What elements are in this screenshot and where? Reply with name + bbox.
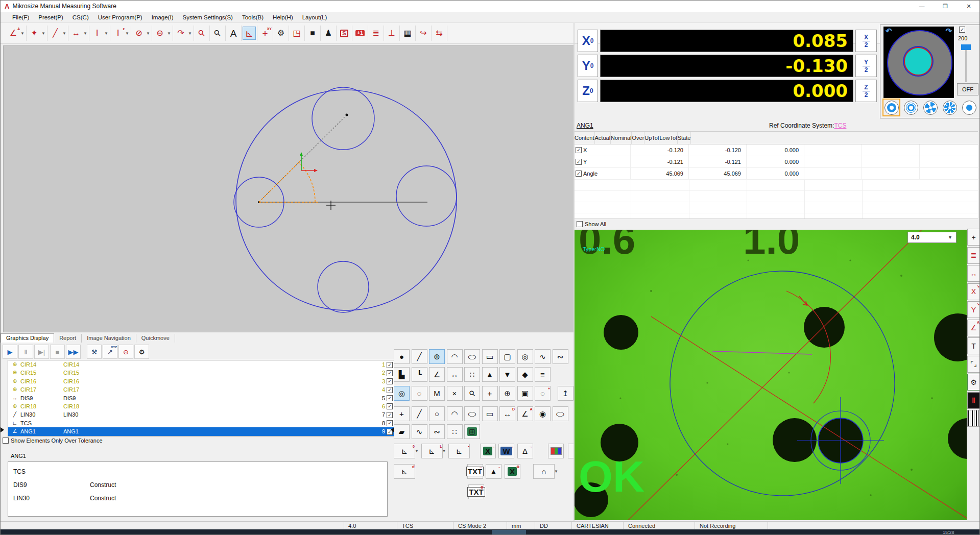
construct-points-tool[interactable]: ∷ (447, 424, 463, 439)
cs-rotate-button[interactable]: ⊾↺ (394, 464, 415, 479)
profile-valleys-tool[interactable]: ▼ (499, 367, 515, 382)
element-visible-checkbox[interactable]: ✓ (387, 403, 393, 409)
menu-help[interactable]: Help(H) (268, 14, 298, 20)
arc-measure-tool[interactable]: ↷ (174, 27, 187, 40)
table-column-header[interactable]: Nominal (611, 132, 632, 144)
zoom-in-tool[interactable]: ⚲ (195, 27, 208, 40)
element-visible-checkbox[interactable]: ✓ (387, 370, 393, 376)
concentric-rings-tool[interactable]: ◎ (394, 386, 410, 401)
row-checkbox[interactable]: ✓ (576, 159, 582, 165)
settings-gear-tool[interactable]: ⚙ (274, 27, 288, 40)
circle2-measure-tool[interactable]: ⊖ (153, 27, 166, 40)
point-cloud-tool[interactable]: ∷ (464, 367, 480, 382)
spot-center-mode[interactable] (960, 99, 978, 116)
table-column-header[interactable]: LowTol (659, 132, 677, 144)
closed-curve-tool[interactable]: ∾ (553, 349, 568, 364)
element-list-row[interactable]: ╱ LIN30 LIN30 7 ✓ (8, 410, 394, 419)
menu-image[interactable]: Image(I) (147, 14, 178, 20)
detail-row[interactable]: TCS (8, 465, 387, 478)
cs-zero-button[interactable]: ⊾0▼ (394, 444, 415, 458)
dropdown-arrow-icon[interactable]: ▼ (414, 449, 419, 453)
table-column-header[interactable]: Actual (595, 132, 611, 144)
stage-move-button[interactable]: + (967, 229, 980, 246)
dropdown-arrow-icon[interactable]: ▼ (554, 469, 559, 474)
construct-ellipse-tool[interactable]: ◯ (464, 406, 480, 421)
tab-image-navigation[interactable]: Image Navigation (82, 334, 136, 343)
construct-blob-tool[interactable]: ∾ (429, 424, 445, 439)
goto-jump-tool[interactable]: ↪ (417, 27, 430, 40)
skew-lines-tool[interactable]: × (447, 386, 463, 401)
element-list-row[interactable]: ↔ DIS9 DIS9 5 ✓ (8, 394, 394, 402)
fit-view-button[interactable]: ⌜⌟ (967, 356, 980, 373)
multi-dimension-button[interactable]: ≣ (967, 247, 980, 264)
record-pause-button[interactable]: Ⅱ (967, 392, 980, 409)
menu-user-program[interactable]: User Program(P) (93, 14, 147, 20)
parallel-profile-tool[interactable]: ≡ (535, 367, 551, 382)
element-visible-checkbox[interactable]: ✓ (387, 378, 393, 384)
dro-half-button[interactable]: X2 (855, 30, 877, 52)
magnifier-plus-tool[interactable]: ⚲ (464, 386, 480, 401)
dropdown-arrow-icon[interactable]: ▼ (62, 31, 67, 36)
table-column-header[interactable]: Over (632, 132, 644, 144)
dro-axis-label[interactable]: Y0 (578, 55, 598, 77)
light-enable-checkbox[interactable]: ✓ (959, 27, 965, 33)
dro-half-button[interactable]: Z2 (855, 80, 877, 102)
tolerance-filter-checkbox[interactable] (3, 437, 9, 444)
tab-report[interactable]: Report (54, 334, 82, 343)
construct-donut-tool[interactable]: ◉ (535, 406, 551, 421)
probe-person-tool[interactable]: ♟ (322, 27, 335, 40)
rotate-ccw-icon[interactable]: ↶ (886, 27, 892, 36)
dro-axis-label[interactable]: X0 (578, 30, 598, 52)
dimension-swap-tool[interactable]: ⇆ (433, 27, 446, 40)
red-cross-tool[interactable]: + (482, 386, 498, 401)
zoom-window-tool[interactable]: ⚲ (211, 27, 224, 40)
element-visible-checkbox[interactable]: ✓ (387, 412, 393, 418)
box-arrow-tool[interactable]: ↥ (558, 386, 573, 401)
ring-segment-mode[interactable] (941, 99, 959, 116)
excel-settings-button[interactable]: X⚙ (505, 464, 520, 479)
distance-dimension-button[interactable]: ↔ (967, 265, 980, 282)
home-button[interactable]: ⌂▼ (533, 464, 555, 479)
ring-double-mode[interactable] (902, 99, 920, 116)
barcode-button[interactable] (967, 410, 980, 427)
profile-notch-tool[interactable]: ◆ (517, 367, 533, 382)
table-row[interactable]: ✓X -0.120 -0.120 0.000 (575, 144, 978, 156)
light-slider-track[interactable] (965, 45, 967, 82)
table-column-header[interactable]: Content (575, 132, 595, 144)
ref-cs-link[interactable]: TCS (834, 122, 846, 129)
construct-angle-tool[interactable]: ∠A (517, 406, 533, 421)
row-checkbox[interactable]: ✓ (576, 171, 582, 177)
edge-box-tool[interactable]: ▣ (517, 386, 533, 401)
export-pdf-button[interactable]: ▲→ (486, 464, 501, 479)
xy-cross-tool[interactable]: + XY (258, 27, 272, 40)
dropdown-arrow-icon[interactable]: ▼ (166, 31, 172, 36)
construct-circle-tool[interactable]: ○ (429, 406, 445, 421)
arc-draw-tool[interactable]: ◠ (447, 349, 463, 364)
play-button[interactable]: ▶ (3, 345, 17, 359)
export-txt-button[interactable]: TXT→ (467, 464, 483, 479)
distance-measure-tool[interactable]: ↔ (69, 27, 83, 40)
point-draw-tool[interactable]: ● (394, 349, 410, 364)
element-list-row[interactable]: ⊕ CIR14 CIR14 1 ✓ (8, 360, 394, 369)
element-list-row[interactable]: ∠ ANG1 ANG1 9 ✓ (8, 427, 394, 435)
program-settings-button[interactable]: ⚙ (134, 345, 149, 359)
pause-button[interactable]: Ⅱ (18, 345, 33, 359)
dropdown-arrow-icon[interactable]: ▼ (104, 31, 109, 36)
element-visible-checkbox[interactable]: ✓ (387, 362, 393, 368)
line-draw-tool[interactable]: ╱ (412, 349, 427, 364)
menu-system-settings[interactable]: System Settings(S) (178, 14, 237, 20)
delete-forbid-button[interactable]: ⊖ (118, 345, 133, 359)
plus-one-tool[interactable]: +1 (353, 27, 367, 40)
taskbar-app-indicator[interactable] (492, 530, 526, 535)
angle-profile-tool[interactable]: ∠ (429, 367, 445, 382)
step-button[interactable]: ▶| (34, 345, 49, 359)
tab-graphics-display[interactable]: Graphics Display (1, 333, 54, 343)
construct-line-tool[interactable]: ╱ (412, 406, 427, 421)
ring-quadrant-mode[interactable] (921, 99, 939, 116)
dropdown-arrow-icon[interactable]: ▼ (20, 31, 25, 36)
step-height-tool[interactable]: ▙ (394, 367, 410, 382)
dro-half-button[interactable]: Y2 (855, 55, 877, 77)
y-dimension-button[interactable]: Y ↘ (967, 301, 980, 318)
dropdown-arrow-icon[interactable]: ▼ (146, 31, 151, 36)
circle-draw-tool[interactable]: ⊕ (429, 349, 445, 364)
